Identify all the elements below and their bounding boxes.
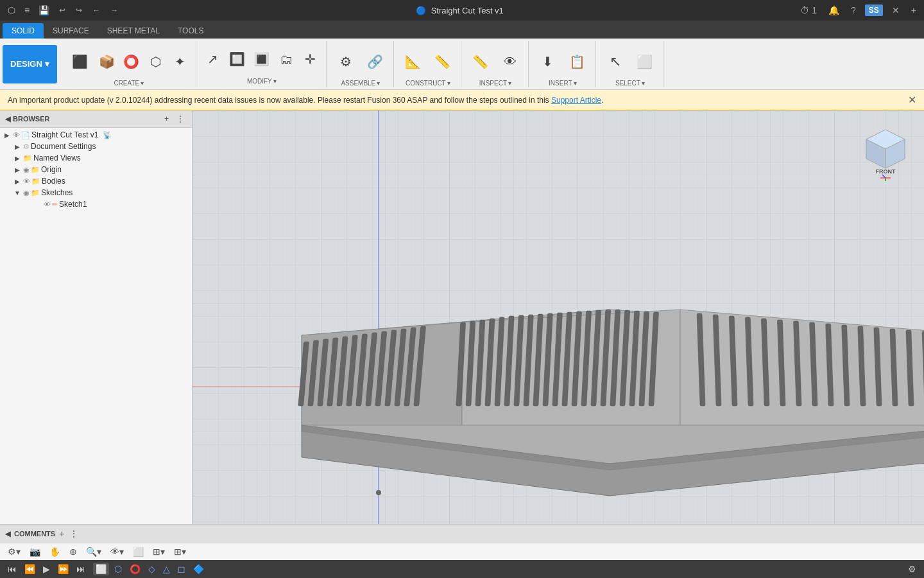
grid-settings-button[interactable]: ⚙▾ — [5, 545, 23, 558]
timeline-prev-button[interactable]: ⏪ — [22, 563, 38, 575]
svg-text:FRONT: FRONT — [876, 168, 896, 175]
sweep-icon: ⬡ — [150, 55, 161, 68]
revolve-tool[interactable]: ⭕ — [120, 46, 143, 77]
bottom-toolbar: ⚙▾ 📷 ✋ ⊕ 🔍▾ 👁▾ ⬜ ⊞▾ ⊞▾ — [0, 543, 924, 561]
redo-button[interactable]: ↪ — [73, 4, 85, 16]
inspect-group: 📏 👁 INSPECT ▾ — [463, 41, 529, 87]
hamburger-menu-button[interactable]: ≡ — [22, 4, 32, 17]
shell-tool[interactable]: 🗂 — [275, 44, 298, 74]
viewport[interactable]: FRONT — [193, 110, 924, 524]
pattern-icon: ✦ — [175, 55, 185, 68]
modify-arrow-icon: ▾ — [273, 78, 277, 85]
new-component-tool[interactable]: ⚙ — [332, 44, 360, 80]
view-cube[interactable]: FRONT — [860, 123, 911, 175]
browser-content: ▶ 👁 📄 Straight Cut Test v1 📡 ▶ ⚙ Documen… — [0, 128, 192, 524]
window-select-tool[interactable]: ⬜ — [631, 44, 659, 80]
display-tool[interactable]: 👁 — [496, 44, 524, 80]
app-menu-button[interactable]: ⬡ — [5, 4, 18, 17]
tree-item-doc-settings[interactable]: ▶ ⚙ Document Settings — [0, 141, 192, 152]
timer-button[interactable]: ⏱ 1 — [798, 4, 819, 17]
notification-button[interactable]: 🔔 — [826, 4, 842, 17]
grid-toggle-button[interactable]: ⊞▾ — [150, 545, 167, 558]
tab-surface[interactable]: SURFACE — [44, 23, 98, 39]
tab-solid[interactable]: SOLID — [3, 23, 44, 39]
root-visibility-icon: 👁 — [13, 131, 20, 139]
save-button[interactable]: 💾 — [36, 4, 52, 17]
fillet-tool[interactable]: 🔲 — [226, 44, 249, 74]
measure-tool[interactable]: 📏 — [466, 44, 495, 80]
shape-tool-4[interactable]: ◇ — [146, 563, 158, 575]
assemble-arrow-icon: ▾ — [377, 80, 380, 87]
pan-button[interactable]: ✋ — [47, 545, 63, 558]
view-mode-button[interactable]: ⬜ — [130, 545, 146, 558]
browser-options-button[interactable]: ⋮ — [174, 113, 187, 125]
pattern-tool[interactable]: ✦ — [169, 46, 192, 77]
select-tools: ↖ ⬜ — [601, 44, 659, 80]
global-settings-button[interactable]: ⚙ — [905, 563, 919, 575]
zoom-button[interactable]: ⊕ — [67, 545, 80, 558]
shape-tool-3[interactable]: ⭕ — [127, 563, 143, 575]
tree-item-sketch1[interactable]: 👁 ✏ Sketch1 — [0, 198, 192, 210]
press-pull-tool[interactable]: ↗ — [201, 44, 225, 74]
timeline-next-button[interactable]: ⏩ — [55, 563, 71, 575]
sketch-tool[interactable]: ⬛ — [66, 44, 94, 80]
tree-item-origin[interactable]: ▶ ◉ 📁 Origin — [0, 164, 192, 175]
sketches-folder-icon: 📁 — [31, 189, 40, 197]
tree-item-named-views[interactable]: ▶ 📁 Named Views — [0, 152, 192, 164]
tab-tools[interactable]: TOOLS — [169, 23, 212, 39]
title-bar-left: ⬡ ≡ 💾 ↩ ↪ ← → — [5, 4, 121, 17]
assemble-label: ASSEMBLE ▾ — [341, 80, 380, 87]
sweep-tool[interactable]: ⬡ — [144, 46, 167, 77]
shape-tool-7[interactable]: 🔷 — [191, 563, 207, 575]
comments-header: ◀ COMMENTS + ⋮ — [0, 525, 924, 543]
tree-item-sketches[interactable]: ▼ ◉ 📁 Sketches — [0, 187, 192, 198]
select-tool[interactable]: ↖ — [601, 44, 629, 80]
nav-back-button[interactable]: ← — [89, 4, 103, 16]
timeline-first-button[interactable]: ⏮ — [5, 563, 19, 575]
offset-plane-tool[interactable]: 📐 — [399, 44, 427, 80]
document-title: Straight Cut Test v1 — [431, 6, 504, 15]
browser-add-button[interactable]: + — [162, 113, 171, 125]
move-tool[interactable]: ✛ — [299, 44, 322, 74]
snap-settings-button[interactable]: ⊞▾ — [171, 545, 189, 558]
create-tools: ⬛ 📦 ⭕ ⬡ ✦ — [66, 44, 192, 80]
assemble-tools: ⚙ 🔗 — [332, 44, 389, 80]
undo-button[interactable]: ↩ — [56, 4, 69, 16]
close-button[interactable]: ✕ — [889, 4, 902, 17]
title-bar: ⬡ ≡ 💾 ↩ ↪ ← → 🔵 Straight Cut Test v1 ⏱ 1… — [0, 0, 924, 21]
browser-header: ◀ BROWSER + ⋮ — [0, 110, 192, 128]
shape-tool-1[interactable]: ⬜ — [93, 563, 109, 575]
comments-options-button[interactable]: ⋮ — [69, 529, 78, 539]
shape-tool-2[interactable]: ⬡ — [112, 563, 124, 575]
timeline-play-button[interactable]: ▶ — [40, 563, 53, 575]
design-arrow-icon: ▾ — [45, 59, 49, 69]
insert-group: ⬇ 📋 INSERT ▾ — [530, 41, 596, 87]
support-article-link[interactable]: Support Article — [551, 96, 601, 105]
tree-item-root[interactable]: ▶ 👁 📄 Straight Cut Test v1 📡 — [0, 129, 192, 141]
axis-tool[interactable]: 📏 — [429, 44, 457, 80]
camera-button[interactable]: 📷 — [27, 545, 43, 558]
root-broadcast-icon: 📡 — [103, 131, 112, 139]
timeline-last-button[interactable]: ⏭ — [74, 563, 88, 575]
extrude-tool[interactable]: 📦 — [96, 46, 119, 77]
zoom-fit-button[interactable]: 🔍▾ — [83, 545, 104, 558]
insert-svg-tool[interactable]: 📋 — [563, 44, 592, 80]
joint-tool[interactable]: 🔗 — [361, 44, 389, 80]
chamfer-tool[interactable]: 🔳 — [250, 44, 273, 74]
bottom-bar: ◀ COMMENTS + ⋮ ⚙▾ 📷 ✋ ⊕ 🔍▾ 👁▾ ⬜ ⊞▾ ⊞▾ — [0, 524, 924, 560]
nav-forward-button[interactable]: → — [107, 4, 121, 16]
tree-item-bodies[interactable]: ▶ 👁 📁 Bodies — [0, 175, 192, 187]
help-button[interactable]: ? — [848, 4, 859, 17]
origin-folder-icon: 📁 — [31, 166, 40, 174]
comments-add-button[interactable]: + — [59, 529, 64, 539]
tab-sheet-metal[interactable]: SHEET METAL — [98, 23, 169, 39]
shape-tool-5[interactable]: △ — [160, 563, 173, 575]
avatar-button[interactable]: SS — [865, 4, 883, 16]
insert-mesh-tool[interactable]: ⬇ — [534, 44, 562, 80]
new-tab-button[interactable]: + — [909, 4, 919, 17]
design-button[interactable]: DESIGN ▾ — [3, 45, 57, 83]
inspect-tools: 📏 👁 — [466, 44, 524, 80]
shape-tool-6[interactable]: ◻ — [175, 563, 188, 575]
notification-close-button[interactable]: ✕ — [908, 94, 916, 106]
display-settings-button[interactable]: 👁▾ — [108, 545, 126, 558]
